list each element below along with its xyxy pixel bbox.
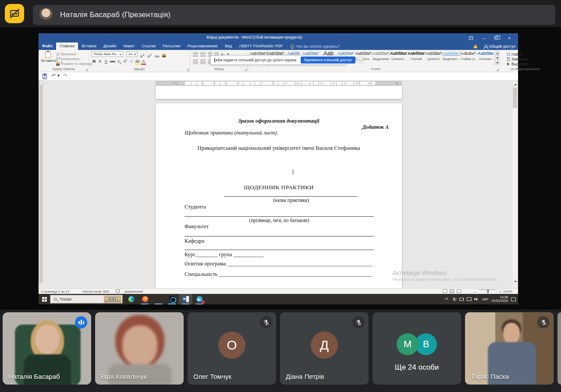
zoom-out-button[interactable]: – [474,290,476,293]
bullet-list-icon[interactable] [193,52,198,57]
bold-button[interactable]: Ж [92,59,96,64]
redo-button[interactable]: ↷ [63,73,67,78]
display-icon[interactable] [467,297,471,301]
explorer-taskbar-icon[interactable] [152,294,165,304]
page-1-bottom[interactable] [156,86,402,99]
numbered-list-icon[interactable] [200,52,206,57]
zoom-slider-thumb[interactable] [487,290,489,293]
share-access-button[interactable]: Общий доступ [489,44,515,49]
battery-icon[interactable] [459,297,464,301]
ribbon-display-options-button[interactable] [465,33,476,42]
presenter-banner[interactable]: Наталія Басараб (Презентація) [33,5,555,25]
page-indicator[interactable]: Страница 1 из 12 [41,290,69,293]
scrollbar-thumb[interactable] [513,88,517,108]
select-button[interactable]: Выделить [507,61,551,66]
media-taskbar-icon[interactable] [165,294,179,304]
gallery-up-button[interactable] [494,51,500,55]
word-count[interactable]: Число слов: 685 [82,290,109,293]
style-chip[interactable]: АаБбВвГгСильное... [390,51,407,66]
speaker-icon[interactable] [474,297,479,301]
page-2[interactable]: Зразок оформлення документації Додаток А… [156,103,402,288]
minimize-window-button[interactable]: – [479,33,489,42]
styles-dialog-launcher[interactable] [496,68,499,71]
tab-design[interactable]: Дизайн [100,42,120,50]
tab-abbyy[interactable]: ABBYY FineReader PDF [235,42,286,50]
text-effects-button[interactable]: А [129,59,134,64]
italic-button[interactable]: К [98,59,103,64]
zoom-in-button[interactable]: + [499,290,501,293]
start-button[interactable] [39,294,50,304]
align-left-icon[interactable] [193,60,198,64]
font-color-button[interactable]: А [141,59,146,65]
tile-oleg-tomchuk[interactable]: О Олег Томчук [188,312,276,385]
read-mode-icon[interactable] [443,290,447,293]
taskbar-search-box[interactable]: Пошук [50,295,123,304]
clipboard-dialog-launcher[interactable] [85,68,88,71]
tab-home[interactable]: Главная [56,42,78,50]
save-icon[interactable] [42,74,47,78]
language-indicator[interactable]: украинский [124,290,143,293]
grow-font-button[interactable]: А▲ [140,53,145,58]
tile-diana-petriv[interactable]: Д Діана Петрів [280,312,369,385]
style-chip[interactable]: АаБбВвГг,Слабая сс... [460,51,477,66]
web-layout-icon[interactable] [457,290,461,293]
presentation-off-icon[interactable] [5,4,24,23]
find-button[interactable]: Найти [507,52,551,57]
shared-screen[interactable]: Взірці документів - Word (Сбой активации… [39,33,518,304]
font-name-combo[interactable]: Times New Ro [92,51,123,57]
banner-minimize-button[interactable]: — [358,57,363,63]
activation-warning-icon[interactable] [473,44,478,48]
scroll-down-button[interactable] [512,279,518,284]
font-size-combo[interactable]: 14 [126,51,138,57]
clipboard-item[interactable]: Копировать [56,57,92,61]
document-area[interactable]: ⌐ 2 1 12345678910111213141516 18 Зразок … [39,80,518,288]
align-center-icon[interactable] [200,60,206,64]
tab-file[interactable]: Файл [39,42,56,50]
word-taskbar-icon[interactable] [179,294,192,304]
style-chip[interactable]: АаБбВвГг,Строгий [408,51,425,66]
action-center-icon[interactable] [511,297,515,301]
collapse-ribbon-button[interactable] [511,68,515,70]
close-window-button[interactable]: × [504,33,515,42]
proofing-icon[interactable] [116,290,120,293]
zoom-level[interactable]: 124% [503,290,512,293]
clipboard-item[interactable]: Вырезать [56,52,92,57]
tab-selector[interactable]: ⌐ [39,81,43,85]
stop-sharing-button[interactable]: Припинити спільний доступ. [301,57,355,64]
tab-view[interactable]: Вид [221,42,235,50]
gallery-more-button[interactable] [494,60,500,65]
tab-references[interactable]: Ссылки [138,42,159,50]
change-case-button[interactable]: Аа [154,54,160,58]
replace-button[interactable]: Заменить [507,57,551,61]
telegram-taskbar-icon[interactable] [192,294,206,304]
microphone-tray-icon[interactable] [452,297,456,301]
tile-more-participants[interactable]: М В Ще 24 особи [373,312,461,385]
font-dialog-launcher[interactable] [186,68,189,71]
style-chip[interactable]: АаБбВвГг,Сильная... [478,51,494,66]
superscript-button[interactable]: x2 [123,59,128,64]
underline-button[interactable]: Ч [103,59,108,64]
hidden-icons-chevron[interactable] [444,297,449,301]
strikethrough-button[interactable]: abc [110,60,116,64]
paste-button[interactable]: Вставить [41,51,54,67]
style-chip[interactable]: АаБбВвГгСлабое в... [355,51,372,66]
tab-layout[interactable]: Макет [120,42,138,50]
restore-window-button[interactable] [491,33,501,42]
firefox-taskbar-icon[interactable] [138,294,152,304]
style-chip[interactable]: АаБбВвГгВыделение [373,51,390,66]
shrink-font-button[interactable]: А▼ [147,53,153,58]
tab-mailings[interactable]: Рассылки [159,42,184,50]
tell-me-box[interactable]: Что вы хотите сделать? [291,42,340,50]
clock[interactable]: 14:0831/01/2025 [491,296,508,303]
vertical-scrollbar[interactable] [512,81,518,287]
edge-taskbar-icon[interactable] [124,294,138,304]
paragraph-dialog-launcher[interactable] [244,68,247,71]
tab-review[interactable]: Рецензирование [184,42,222,50]
scroll-up-button[interactable] [512,81,518,87]
language-switcher[interactable]: УКР [482,297,488,301]
tile-vira-kovalchuk[interactable]: Віра Ковальчук [95,312,184,385]
tab-insert[interactable]: Вставка [78,42,99,50]
style-chip[interactable]: АаБбВвГзВыделенн... [443,51,460,66]
gallery-down-button[interactable] [494,56,500,60]
style-chip[interactable]: АаБбВвГаЦитата 2 [425,51,442,66]
